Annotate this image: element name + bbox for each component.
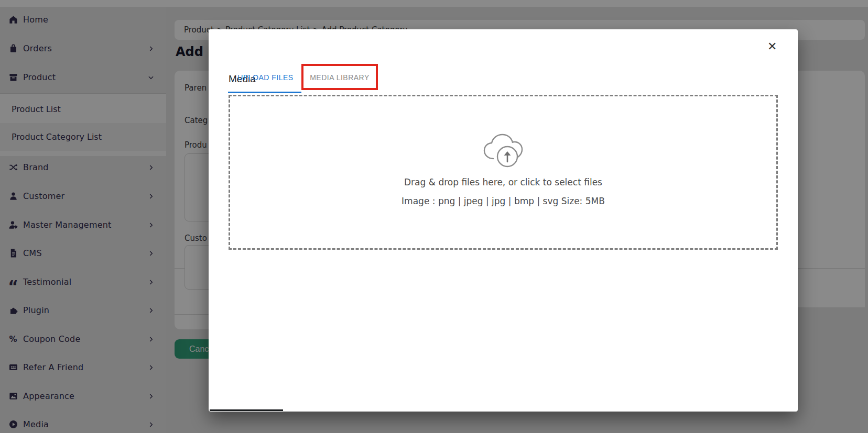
dropzone-filetypes: Image : png | jpeg | jpg | bmp | svg Siz… bbox=[402, 196, 605, 206]
screen: Home Orders Product Product List Product… bbox=[0, 0, 868, 433]
close-icon[interactable]: ✕ bbox=[767, 41, 777, 52]
file-dropzone[interactable]: Drag & drop files here, or click to sele… bbox=[229, 95, 778, 250]
media-modal: Media ✕ UPLOAD FILES MEDIA LIBRARY Drag … bbox=[209, 29, 798, 412]
tab-label: MEDIA LIBRARY bbox=[310, 73, 370, 82]
cloud-upload-icon bbox=[482, 132, 525, 169]
active-tab-underline bbox=[228, 92, 301, 93]
modal-bottom-dark-strip bbox=[210, 409, 283, 411]
tab-label: UPLOAD FILES bbox=[237, 73, 293, 82]
dropzone-instruction: Drag & drop files here, or click to sele… bbox=[404, 177, 602, 187]
tab-media-library[interactable]: MEDIA LIBRARY bbox=[301, 63, 378, 92]
tab-upload-files[interactable]: UPLOAD FILES bbox=[230, 63, 301, 92]
